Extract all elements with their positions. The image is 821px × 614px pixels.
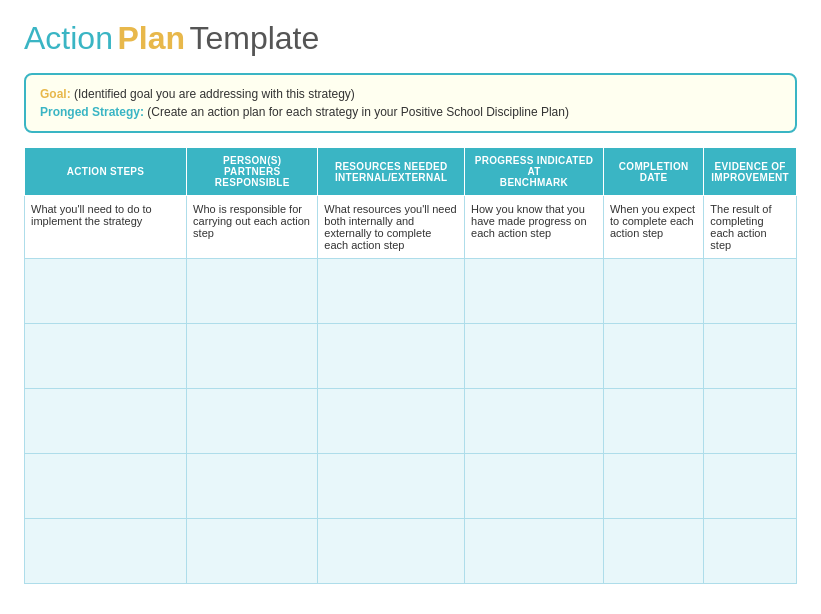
- cell-progress-3[interactable]: [465, 389, 604, 454]
- cell-resources-5[interactable]: [318, 519, 465, 584]
- header-resources: RESOURCES NEEDED INTERNAL/EXTERNAL: [318, 148, 465, 196]
- table-row[interactable]: [25, 389, 797, 454]
- cell-completion-5[interactable]: [603, 519, 703, 584]
- pronged-label: Pronged Strategy:: [40, 105, 144, 119]
- cell-persons-5[interactable]: [187, 519, 318, 584]
- cell-persons-1[interactable]: [187, 259, 318, 324]
- header-evidence: EVIDENCE OF IMPROVEMENT: [704, 148, 797, 196]
- goal-box: Goal: (Identified goal you are addressin…: [24, 73, 797, 133]
- cell-resources-3[interactable]: [318, 389, 465, 454]
- cell-evidence-4[interactable]: [704, 454, 797, 519]
- cell-steps-1[interactable]: [25, 259, 187, 324]
- goal-text: (Identified goal you are addressing with…: [74, 87, 355, 101]
- cell-resources-desc: What resources you'll need both internal…: [318, 196, 465, 259]
- table-row[interactable]: [25, 519, 797, 584]
- cell-resources-2[interactable]: [318, 324, 465, 389]
- cell-steps-2[interactable]: [25, 324, 187, 389]
- header-progress: PROGRESS INDICATED AT BENCHMARK: [465, 148, 604, 196]
- cell-steps-3[interactable]: [25, 389, 187, 454]
- cell-evidence-1[interactable]: [704, 259, 797, 324]
- goal-label: Goal:: [40, 87, 71, 101]
- title-plan: Plan: [117, 20, 185, 56]
- action-plan-table: ACTION STEPS PERSON(S) PARTNERS RESPONSI…: [24, 147, 797, 584]
- cell-completion-desc: When you expect to complete each action …: [603, 196, 703, 259]
- cell-persons-3[interactable]: [187, 389, 318, 454]
- cell-progress-4[interactable]: [465, 454, 604, 519]
- cell-steps-desc: What you'll need to do to implement the …: [25, 196, 187, 259]
- cell-persons-2[interactable]: [187, 324, 318, 389]
- header-persons: PERSON(S) PARTNERS RESPONSIBLE: [187, 148, 318, 196]
- table-row[interactable]: [25, 454, 797, 519]
- cell-resources-1[interactable]: [318, 259, 465, 324]
- cell-steps-5[interactable]: [25, 519, 187, 584]
- title-action: Action: [24, 20, 113, 56]
- cell-evidence-desc: The result of completing each action ste…: [704, 196, 797, 259]
- cell-evidence-5[interactable]: [704, 519, 797, 584]
- cell-resources-4[interactable]: [318, 454, 465, 519]
- table-header-row: ACTION STEPS PERSON(S) PARTNERS RESPONSI…: [25, 148, 797, 196]
- cell-completion-2[interactable]: [603, 324, 703, 389]
- table-row-description: What you'll need to do to implement the …: [25, 196, 797, 259]
- cell-completion-1[interactable]: [603, 259, 703, 324]
- title-template: Template: [189, 20, 319, 56]
- table-row[interactable]: [25, 324, 797, 389]
- cell-completion-3[interactable]: [603, 389, 703, 454]
- goal-line: Goal: (Identified goal you are addressin…: [40, 85, 781, 103]
- cell-steps-4[interactable]: [25, 454, 187, 519]
- cell-persons-4[interactable]: [187, 454, 318, 519]
- pronged-text: (Create an action plan for each strategy…: [147, 105, 569, 119]
- header-completion: COMPLETION DATE: [603, 148, 703, 196]
- cell-persons-desc: Who is responsible for carrying out each…: [187, 196, 318, 259]
- cell-progress-desc: How you know that you have made progress…: [465, 196, 604, 259]
- cell-completion-4[interactable]: [603, 454, 703, 519]
- cell-progress-5[interactable]: [465, 519, 604, 584]
- pronged-line: Pronged Strategy: (Create an action plan…: [40, 103, 781, 121]
- cell-evidence-3[interactable]: [704, 389, 797, 454]
- page-title: Action Plan Template: [24, 20, 797, 57]
- header-steps: ACTION STEPS: [25, 148, 187, 196]
- cell-evidence-2[interactable]: [704, 324, 797, 389]
- cell-progress-1[interactable]: [465, 259, 604, 324]
- table-row[interactable]: [25, 259, 797, 324]
- cell-progress-2[interactable]: [465, 324, 604, 389]
